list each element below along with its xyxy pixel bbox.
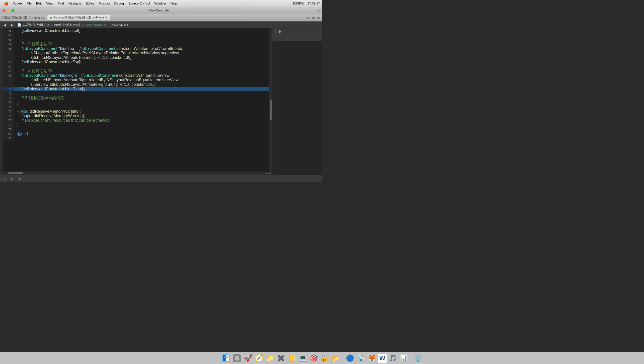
close-button[interactable] [2,9,6,12]
xcode-window: 🍎 Xcode File Edit View Find Navigate Edi… [0,0,322,182]
menu-editor[interactable]: Editor [84,1,96,6]
running-tab[interactable]: Running 010通过代码创建约束 on iPhone 4s [47,15,110,20]
add-editor-icon[interactable]: + [318,9,320,13]
code-line-68: 68 // 1.4 距离右边30 [3,69,269,73]
window-controls [2,9,14,12]
clock: 17:09:17 [307,2,320,5]
code-line-77: 77 // Dispose of any resources that can … [3,118,269,123]
maximize-button[interactable] [12,9,14,12]
run-status-dot [50,17,52,19]
code-line-67: 67 [3,64,269,69]
step-button[interactable]: → [25,176,31,181]
code-line-73: 73 } [3,100,269,105]
code-line-71: 71 [3,91,269,96]
file-icon: 📄 [18,23,21,27]
apple-menu[interactable]: 🍎 [2,2,10,6]
scroll-controls: ⊕ ⊖ [266,172,272,175]
title-bar-actions: + [318,9,320,13]
code-line-74: 74 [3,105,269,109]
menu-window[interactable]: Window [152,1,168,6]
menu-debug[interactable]: Debug [112,1,126,6]
menu-edit[interactable]: Edit [34,1,44,6]
breadcrumb-arrow-1: ❯ [29,16,31,19]
code-line-70: 70 [self.view addConstraint:blueRight]; [3,87,269,91]
menu-source-control[interactable]: Source Control [126,1,152,6]
debug-button[interactable]: ⬡ [2,176,8,181]
code-line-81: 81 [3,136,269,141]
minimize-button[interactable] [7,9,10,12]
code-line-80: 80 @end [3,132,269,136]
title-bar: ViewController.m + [0,7,322,14]
bottom-toolbar: ⬡ ▶ ⏸ → [0,175,322,182]
running-tab-label: Running 010通过代码创建约束 on iPhone 4s [53,16,108,20]
code-line-72: 72 // 2.创建红色view的约束 [3,96,269,100]
device-breadcrumb: iPhone 4s [32,16,44,19]
layout-icon-2[interactable]: ⊞ [312,16,315,20]
inspector-breadcrumb [272,35,322,41]
breadcrumb-method[interactable]: -viewDidLoad [112,24,128,27]
code-editor[interactable]: 61 [self.view addConstraint:blueLeft]; 6… [3,29,272,172]
menu-bar: 🍎 Xcode File Edit View Find Navigate Edi… [0,0,322,7]
run-button[interactable]: ▶ [10,176,15,181]
code-line-63: 63 [3,37,269,42]
code-line-62: 62 [3,33,269,37]
ime-indicator: 搜狗拼音 [293,1,305,6]
menu-find[interactable]: Find [56,1,66,6]
code-line-66: 66 [self.view addConstraint:blueTop]; [3,60,269,64]
bc-arrow-1: ❯ [50,24,52,26]
zoom-in-icon[interactable]: ⊕ [266,172,268,175]
code-line-79: 79 [3,127,269,132]
left-gutter [0,29,3,175]
code-line-69a: 69 NSLayoutConstraint *blueRight = [NSLa… [3,73,269,78]
code-line-65c: 65 attribute:NSLayoutAttributeTop multip… [3,55,269,60]
toolbar-icons-right: ⊟ ⊞ ⊠ [307,16,320,20]
code-line-61: 61 [self.view addConstraint:blueLeft]; [3,29,269,33]
zoom-out-icon[interactable]: ⊖ [269,172,271,175]
editor-area[interactable]: 61 [self.view addConstraint:blueLeft]; 6… [3,29,272,175]
right-sidebar: ⬡ ⬢ [272,29,322,175]
right-sidebar-toolbar: ⬡ ⬢ [272,29,322,35]
code-line-78: 78 } [3,123,269,127]
h-scroll-thumb[interactable] [8,172,23,174]
vertical-scrollbar[interactable] [269,29,272,172]
code-with-minimap: 61 [self.view addConstraint:blueLeft]; 6… [3,29,272,172]
back-button[interactable]: ◀ [2,22,8,28]
code-line-65a: 65 NSLayoutConstraint *blueTop = [NSLayo… [3,46,269,51]
menu-product[interactable]: Product [97,1,112,6]
layout-icon-3[interactable]: ⊠ [317,16,320,20]
scroll-thumb[interactable] [270,100,272,120]
code-line-75: 75 - (void)didReceiveMemoryWarning { [3,109,269,114]
menu-file[interactable]: File [24,1,34,6]
horizontal-scrollbar[interactable]: ⊕ ⊖ [3,172,272,175]
bc-arrow-3: ❯ [108,24,110,26]
code-line-69b: 69 attribute:NSLayoutAttributeRight rela… [3,78,269,82]
menu-bar-right: 搜狗拼音 17:09:17 [293,1,320,6]
breadcrumb-folder[interactable]: 010通过代码创建约束 [54,23,80,27]
left-tools [0,30,3,32]
inspector-icon[interactable]: ⬡ [274,30,277,34]
tab-bar: 10通过代码创建约束 ❯ iPhone 4s Running 010通过代码创建… [0,14,322,22]
code-line-69c: 69 superview attribute:NSLayoutAttribute… [3,82,269,87]
menu-help[interactable]: Help [168,1,179,6]
project-breadcrumb: 10通过代码创建约束 [2,16,27,20]
inspector-icon-2[interactable]: ⬢ [278,30,281,34]
code-lines-container[interactable]: 61 [self.view addConstraint:blueLeft]; 6… [3,29,269,172]
main-content: 61 [self.view addConstraint:blueLeft]; 6… [0,29,322,175]
breadcrumb-project[interactable]: 010通过代码创建约束 [23,23,49,27]
menu-view[interactable]: View [44,1,55,6]
code-line-76: 76 [super didReceiveMemoryWarning]; [3,114,269,118]
menu-navigate[interactable]: Navigate [66,1,83,6]
window-title: ViewController.m [149,9,173,12]
code-line-65b: 65 NSLayoutAttributeTop relatedBy:NSLayo… [3,51,269,55]
menu-xcode[interactable]: Xcode [11,1,24,6]
bc-arrow-2: ❯ [82,24,84,26]
breadcrumb-file[interactable]: ViewController.m [86,24,106,27]
layout-icon-1[interactable]: ⊟ [307,16,310,20]
stop-button[interactable]: ⏸ [17,176,23,181]
code-line-64: 64 // 1.3 距离上边30 [3,42,269,46]
editor-toolbar: ◀ ▶ 📄 010通过代码创建约束 ❯ 010通过代码创建约束 ❯ ViewCo… [0,22,322,29]
forward-button[interactable]: ▶ [9,22,15,28]
